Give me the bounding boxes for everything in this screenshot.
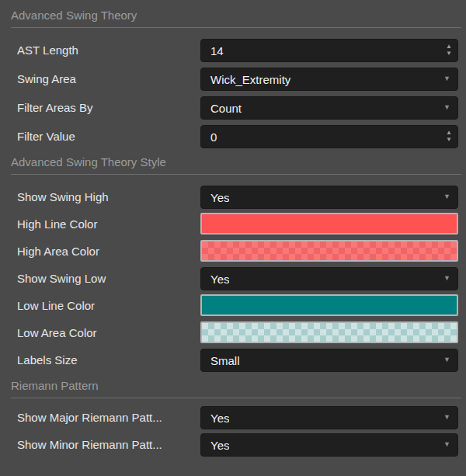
setting-row: Low Line Color bbox=[17, 294, 458, 316]
chevron-down-icon: ▼ bbox=[443, 275, 450, 282]
filter-value-input[interactable]: ▲▼ bbox=[200, 125, 458, 148]
setting-row: Show Major Riemann Patt... Yes ▼ bbox=[17, 406, 458, 428]
settings-panel: Advanced Swing Theory AST Length ▲▼ Swin… bbox=[0, 0, 466, 455]
setting-label-show-minor-riemann: Show Minor Riemann Patt... bbox=[17, 438, 200, 451]
ast-length-value-field[interactable] bbox=[201, 40, 457, 61]
setting-label-filter-value: Filter Value bbox=[17, 130, 200, 143]
number-spinner: ▲▼ bbox=[446, 130, 452, 142]
setting-label-show-swing-low: Show Swing Low bbox=[17, 272, 200, 285]
dropdown-selected-value: Yes bbox=[201, 412, 229, 425]
setting-row: High Area Color bbox=[17, 240, 458, 262]
setting-label-low-line-color: Low Line Color bbox=[17, 299, 200, 312]
spinner-down-icon[interactable]: ▼ bbox=[446, 50, 452, 56]
show-swing-high-dropdown[interactable]: Yes ▼ bbox=[200, 186, 458, 209]
spinner-down-icon[interactable]: ▼ bbox=[446, 137, 452, 142]
chevron-down-icon: ▼ bbox=[443, 356, 450, 363]
setting-row: Show Swing Low Yes ▼ bbox=[17, 267, 458, 289]
low-area-color-swatch[interactable] bbox=[200, 321, 458, 343]
chevron-down-icon: ▼ bbox=[443, 193, 450, 200]
dropdown-selected-value: Count bbox=[201, 102, 242, 115]
section-title: Riemann Pattern bbox=[11, 378, 455, 394]
setting-row: Filter Value ▲▼ bbox=[17, 125, 458, 147]
dropdown-selected-value: Yes bbox=[201, 439, 229, 452]
section-advanced-swing-theory: Advanced Swing Theory AST Length ▲▼ Swin… bbox=[0, 8, 466, 147]
dropdown-selected-value: Yes bbox=[201, 273, 229, 286]
show-major-riemann-dropdown[interactable]: Yes ▼ bbox=[200, 406, 458, 429]
show-swing-low-dropdown[interactable]: Yes ▼ bbox=[200, 267, 458, 290]
setting-label-high-line-color: High Line Color bbox=[17, 217, 200, 231]
labels-size-dropdown[interactable]: Small ▼ bbox=[200, 349, 458, 372]
chevron-down-icon: ▼ bbox=[443, 75, 450, 82]
setting-row: Swing Area Wick_Extremity ▼ bbox=[17, 68, 458, 89]
spinner-up-icon[interactable]: ▲ bbox=[446, 43, 452, 49]
ast-length-input[interactable]: ▲▼ bbox=[200, 39, 458, 62]
dropdown-selected-value: Yes bbox=[201, 191, 229, 204]
filter-value-value-field[interactable] bbox=[201, 126, 457, 148]
chevron-down-icon: ▼ bbox=[443, 104, 450, 111]
setting-label-show-swing-high: Show Swing High bbox=[17, 190, 200, 203]
section-advanced-swing-theory-style: Advanced Swing Theory Style Show Swing H… bbox=[0, 155, 466, 370]
show-minor-riemann-dropdown[interactable]: Yes ▼ bbox=[200, 433, 458, 457]
section-title: Advanced Swing Theory Style bbox=[11, 155, 455, 170]
chevron-down-icon: ▼ bbox=[443, 414, 450, 421]
setting-row: Labels Size Small ▼ bbox=[17, 349, 458, 370]
setting-label-ast-length: AST Length bbox=[17, 43, 200, 57]
setting-row: AST Length ▲▼ bbox=[17, 39, 458, 61]
setting-row: Show Swing High Yes ▼ bbox=[17, 186, 458, 207]
setting-label-filter-areas-by: Filter Areas By bbox=[17, 101, 200, 114]
section-title: Advanced Swing Theory bbox=[11, 8, 455, 23]
high-line-color-swatch[interactable] bbox=[200, 213, 458, 235]
setting-row: High Line Color bbox=[17, 213, 458, 235]
low-line-color-swatch[interactable] bbox=[200, 294, 458, 316]
section-riemann-pattern: Riemann Pattern Show Major Riemann Patt.… bbox=[0, 378, 466, 455]
setting-row: Filter Areas By Count ▼ bbox=[17, 96, 458, 118]
dropdown-selected-value: Small bbox=[201, 354, 240, 367]
setting-row: Show Minor Riemann Patt... Yes ▼ bbox=[17, 433, 458, 455]
swing-area-dropdown[interactable]: Wick_Extremity ▼ bbox=[200, 68, 458, 91]
setting-label-swing-area: Swing Area bbox=[17, 72, 200, 85]
setting-label-show-major-riemann: Show Major Riemann Patt... bbox=[17, 411, 200, 424]
chevron-down-icon: ▼ bbox=[443, 441, 450, 448]
spinner-up-icon[interactable]: ▲ bbox=[446, 130, 452, 135]
setting-label-high-area-color: High Area Color bbox=[17, 245, 200, 258]
setting-row: Low Area Color bbox=[17, 321, 458, 343]
setting-label-low-area-color: Low Area Color bbox=[17, 326, 200, 339]
dropdown-selected-value: Wick_Extremity bbox=[201, 73, 290, 86]
filter-areas-by-dropdown[interactable]: Count ▼ bbox=[200, 96, 458, 120]
setting-label-labels-size: Labels Size bbox=[17, 353, 200, 367]
number-spinner: ▲▼ bbox=[446, 43, 452, 56]
high-area-color-swatch[interactable] bbox=[200, 240, 458, 262]
